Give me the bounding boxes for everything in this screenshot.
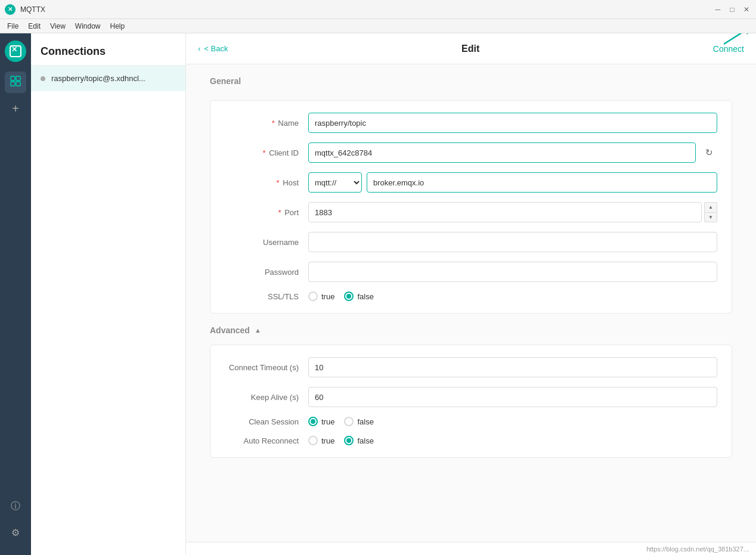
clean-session-false-radio[interactable]: false bbox=[344, 417, 373, 426]
settings-icon: ⚙ bbox=[11, 527, 20, 538]
connection-name: raspberry/topic@s.xdhncl... bbox=[51, 74, 145, 83]
edit-title: Edit bbox=[228, 44, 712, 54]
connections-panel: Connections raspberry/topic@s.xdhncl... bbox=[31, 33, 186, 555]
minimize-button[interactable]: ─ bbox=[713, 5, 723, 14]
connect-timeout-input[interactable] bbox=[308, 357, 717, 377]
port-decrement-button[interactable]: ▼ bbox=[704, 212, 717, 223]
connect-button[interactable]: Connect bbox=[713, 44, 744, 54]
host-row: * Host mqtt:// mqtts:// ws:// wss:// bbox=[225, 172, 717, 193]
port-spinner: ▲ ▼ bbox=[704, 202, 717, 222]
sidebar-settings-button[interactable]: ⚙ bbox=[5, 522, 26, 543]
protocol-select[interactable]: mqtt:// mqtts:// ws:// wss:// bbox=[308, 172, 362, 193]
menu-edit[interactable]: Edit bbox=[23, 21, 45, 32]
name-input[interactable] bbox=[308, 113, 717, 133]
menu-bar: File Edit View Window Help bbox=[0, 19, 756, 33]
client-id-row: * Client ID ↻ bbox=[225, 142, 717, 163]
app-title: MQTTX bbox=[20, 5, 713, 14]
ssl-tls-row: SSL/TLS true false bbox=[225, 292, 717, 301]
connections-title: Connections bbox=[31, 33, 185, 66]
svg-line-4 bbox=[724, 33, 750, 44]
edit-content: General * Name * Client ID bbox=[186, 64, 756, 542]
clean-session-radio-group: true false bbox=[308, 417, 374, 426]
add-icon: + bbox=[12, 102, 19, 116]
client-id-input[interactable] bbox=[308, 142, 696, 163]
auto-reconnect-false-label: false bbox=[357, 436, 373, 445]
auto-reconnect-true-radio[interactable]: true bbox=[308, 436, 334, 445]
client-id-label: * Client ID bbox=[225, 148, 308, 157]
password-row: Password bbox=[225, 262, 717, 282]
connection-item[interactable]: raspberry/topic@s.xdhncl... bbox=[31, 66, 185, 91]
ssl-true-radio-circle bbox=[308, 292, 318, 301]
main-layout: ✕ + ⓘ ⚙ Connections bbox=[0, 33, 756, 555]
connect-timeout-label: Connect Timeout (s) bbox=[225, 363, 308, 372]
keep-alive-label: Keep Alive (s) bbox=[225, 393, 308, 402]
sidebar-info-button[interactable]: ⓘ bbox=[5, 495, 26, 517]
maximize-button[interactable]: □ bbox=[727, 5, 737, 14]
auto-reconnect-false-radio[interactable]: false bbox=[344, 436, 373, 445]
port-increment-button[interactable]: ▲ bbox=[704, 202, 717, 212]
menu-view[interactable]: View bbox=[45, 21, 70, 32]
menu-help[interactable]: Help bbox=[106, 21, 130, 32]
password-input[interactable] bbox=[308, 262, 717, 282]
sidebar-add-button[interactable]: + bbox=[5, 98, 26, 119]
ssl-tls-label: SSL/TLS bbox=[225, 292, 308, 301]
ssl-true-radio[interactable]: true bbox=[308, 292, 334, 301]
auto-reconnect-radio-group: true false bbox=[308, 436, 374, 445]
app-logo bbox=[5, 4, 16, 15]
menu-window[interactable]: Window bbox=[70, 21, 106, 32]
advanced-form-card: Connect Timeout (s) Keep Alive (s) Clean… bbox=[210, 345, 732, 458]
clean-session-true-label: true bbox=[321, 417, 334, 426]
ssl-false-label: false bbox=[357, 292, 373, 301]
keep-alive-input[interactable] bbox=[308, 387, 717, 407]
sidebar: ✕ + ⓘ ⚙ bbox=[0, 33, 31, 555]
status-bar: https://blog.csdn.net/qq_381b327... bbox=[186, 542, 756, 555]
connect-timeout-row: Connect Timeout (s) bbox=[225, 357, 717, 377]
auto-reconnect-row: Auto Reconnect true false bbox=[225, 436, 717, 445]
svg-marker-5 bbox=[743, 33, 750, 35]
clean-session-true-circle bbox=[308, 417, 318, 426]
ssl-false-radio-circle bbox=[344, 292, 354, 301]
back-button[interactable]: ‹ < Back bbox=[198, 44, 228, 53]
svg-rect-3 bbox=[16, 82, 20, 86]
username-row: Username bbox=[225, 232, 717, 252]
auto-reconnect-true-label: true bbox=[321, 436, 334, 445]
sidebar-connections-button[interactable] bbox=[5, 72, 26, 93]
username-input[interactable] bbox=[308, 232, 717, 252]
connections-icon bbox=[10, 75, 21, 89]
client-id-field-group: ↻ bbox=[308, 142, 717, 163]
name-label: * Name bbox=[225, 119, 308, 128]
close-button[interactable]: ✕ bbox=[742, 5, 751, 14]
info-icon: ⓘ bbox=[11, 500, 20, 513]
general-section-header: General bbox=[210, 76, 732, 91]
ssl-true-label: true bbox=[321, 292, 334, 301]
advanced-section-header[interactable]: Advanced ▲ bbox=[210, 325, 732, 335]
advanced-label: Advanced bbox=[210, 325, 250, 335]
clean-session-row: Clean Session true false bbox=[225, 417, 717, 426]
svg-rect-2 bbox=[11, 82, 15, 86]
clean-session-true-radio[interactable]: true bbox=[308, 417, 334, 426]
sidebar-avatar[interactable]: ✕ bbox=[5, 41, 26, 62]
keep-alive-row: Keep Alive (s) bbox=[225, 387, 717, 407]
svg-rect-0 bbox=[11, 76, 15, 80]
advanced-collapse-icon: ▲ bbox=[255, 327, 261, 334]
back-label: < Back bbox=[204, 44, 228, 53]
general-form-card: * Name * Client ID ↻ bbox=[210, 100, 732, 314]
port-label: * Port bbox=[225, 208, 308, 217]
refresh-icon: ↻ bbox=[705, 147, 713, 158]
host-input[interactable] bbox=[367, 172, 717, 193]
window-controls: ─ □ ✕ bbox=[713, 5, 751, 14]
password-label: Password bbox=[225, 268, 308, 277]
auto-reconnect-false-circle bbox=[344, 436, 354, 445]
refresh-client-id-button[interactable]: ↻ bbox=[701, 144, 717, 161]
port-input[interactable] bbox=[308, 202, 702, 222]
status-url: https://blog.csdn.net/qq_381b327... bbox=[646, 545, 749, 553]
ssl-false-radio[interactable]: false bbox=[344, 292, 373, 301]
edit-panel: ‹ < Back Edit Connect General bbox=[186, 33, 756, 555]
port-row: * Port ▲ ▼ bbox=[225, 202, 717, 222]
username-label: Username bbox=[225, 238, 308, 247]
svg-rect-1 bbox=[16, 76, 20, 80]
connection-status-dot bbox=[41, 76, 45, 81]
auto-reconnect-label: Auto Reconnect bbox=[225, 436, 308, 445]
menu-file[interactable]: File bbox=[2, 21, 23, 32]
clean-session-false-label: false bbox=[357, 417, 373, 426]
